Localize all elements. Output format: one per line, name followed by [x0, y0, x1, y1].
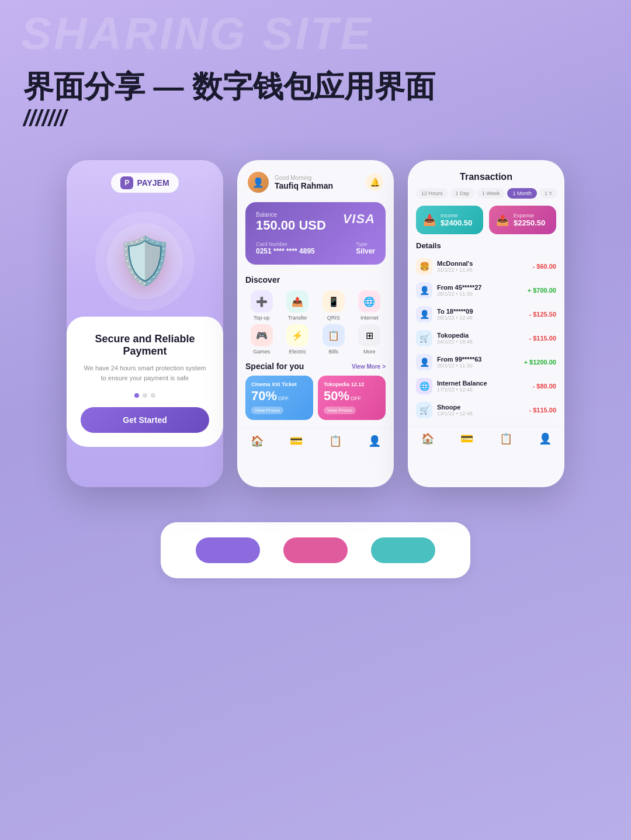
discover-item-topup[interactable]: ➕ Top-up — [245, 290, 278, 321]
tokopedia-percent: 50% — [324, 388, 349, 404]
discover-item-more[interactable]: ⊞ More — [353, 324, 386, 355]
filter-1year[interactable]: 1 Y — [539, 188, 557, 199]
internet-balance-date: 17/1/22 • 12:48 — [437, 387, 528, 393]
transaction-row-internet: 🌐 Internet Balance 17/1/22 • 12:48 - $80… — [416, 374, 556, 398]
expense-amount: $2250.50 — [514, 218, 545, 227]
from99-info: From 99*****63 20/1/22 • 11:30 — [437, 356, 519, 369]
nav3-home-icon[interactable]: 🏠 — [421, 432, 434, 445]
view-more-link[interactable]: View More > — [352, 363, 386, 370]
discover-item-bills[interactable]: 📋 Bills — [317, 324, 350, 355]
nav3-card-icon[interactable]: 💳 — [460, 432, 473, 445]
special-card-cinema[interactable]: Cinema XXI Ticket 70% OFF View Promo — [245, 376, 313, 420]
page-title: 界面分享 — 数字钱包应用界面 — [23, 70, 608, 103]
cinema-off: OFF — [278, 395, 289, 401]
mcdonnalds-icon: 🍔 — [416, 258, 432, 275]
balance-amount: 150.00 USD — [256, 218, 326, 233]
qris-icon: 📱 — [323, 290, 345, 313]
slash-decoration: /////// — [23, 106, 608, 131]
shoope-name: Shoope — [437, 404, 525, 411]
discover-item-transfer[interactable]: 📤 Transfer — [282, 290, 314, 321]
nav-card-icon[interactable]: 💳 — [290, 435, 303, 447]
swatch-pink — [283, 537, 348, 563]
phone2-header: 👤 Good Morning Taufiq Rahman 🔔 — [237, 160, 394, 199]
discover-item-internet[interactable]: 🌐 Internet — [353, 290, 386, 321]
cinema-view-promo[interactable]: View Promo — [251, 407, 283, 414]
mcdonnalds-name: McDonnal's — [437, 260, 528, 267]
discover-item-electric[interactable]: ⚡ Electric — [282, 324, 314, 355]
from45-name: From 45*****27 — [437, 284, 523, 291]
card-top: Balance 150.00 USD VISA — [256, 211, 375, 233]
shield-inner-circle: 🛡️ — [107, 223, 183, 299]
dot-1 — [134, 393, 139, 398]
color-swatches-container — [23, 522, 608, 578]
tokopedia-icon: 🛒 — [416, 330, 432, 346]
to18-name: To 18*****09 — [437, 308, 525, 315]
shoope-icon: 🛒 — [416, 402, 432, 418]
electric-label: Electric — [289, 349, 306, 355]
filter-1week[interactable]: 1 Week — [477, 188, 505, 199]
to18-icon: 👤 — [416, 306, 432, 322]
nav3-profile-icon[interactable]: 👤 — [539, 432, 552, 445]
discover-item-qris[interactable]: 📱 QRIS — [317, 290, 350, 321]
card-type-block: Type Silver — [356, 241, 375, 255]
discover-item-games[interactable]: 🎮 Games — [245, 324, 278, 355]
from45-date: 28/1/22 • 11:30 — [437, 291, 523, 297]
nav-list-icon[interactable]: 📋 — [329, 435, 342, 447]
from45-amount: + $700.00 — [528, 287, 556, 294]
discover-grid: ➕ Top-up 📤 Transfer 📱 QRIS 🌐 Internet — [245, 290, 386, 355]
expense-icon: 📤 — [496, 214, 509, 227]
from99-date: 20/1/22 • 11:30 — [437, 363, 519, 369]
time-filter-row: 12 Hours 1 Day 1 Week 1 Month 1 Y — [408, 188, 564, 206]
shoope-info: Shoope 13/1/22 • 12:48 — [437, 404, 525, 416]
mcdonnalds-date: 31/1/22 • 11:45 — [437, 267, 528, 273]
special-section: Special for you View More > Cinema XXI T… — [237, 358, 394, 424]
mcdonnalds-amount: - $60.00 — [533, 263, 556, 270]
internet-icon: 🌐 — [358, 290, 380, 313]
card-number-block: Card Number 0251 **** **** 4895 — [256, 241, 315, 255]
transaction-title: Transaction — [408, 160, 564, 188]
nav-home-icon[interactable]: 🏠 — [251, 435, 264, 447]
card-number-label: Card Number — [256, 241, 315, 247]
balance-label: Balance — [256, 211, 326, 218]
get-started-button[interactable]: Get Started — [81, 407, 209, 433]
payjem-logo: P PAYJEM — [111, 173, 178, 193]
onboarding-description: We have 24 hours smart protection system… — [81, 363, 209, 383]
special-card-tokopedia[interactable]: Tokopedia 12.12 50% OFF View Promo — [318, 376, 386, 420]
user-greeting: 👤 Good Morning Taufiq Rahman — [248, 172, 333, 193]
filter-12hours[interactable]: 12 Hours — [416, 188, 448, 199]
onboarding-phone: P PAYJEM 🛡️ Secure and Reliable Payment … — [67, 160, 223, 487]
income-details: Income $2400.50 — [441, 213, 472, 227]
special-title: Special for you — [245, 362, 304, 371]
swatch-teal — [371, 537, 435, 563]
income-box: 📥 Income $2400.50 — [416, 206, 483, 234]
income-icon: 📥 — [423, 214, 436, 227]
nav3-transaction-icon[interactable]: 📋 — [500, 432, 512, 445]
cinema-name: Cinema XXI Ticket — [251, 381, 307, 387]
payjem-icon-letter: P — [124, 179, 129, 187]
transaction-row-from45: 👤 From 45*****27 28/1/22 • 11:30 + $700.… — [416, 279, 556, 303]
games-icon: 🎮 — [251, 324, 273, 346]
bills-label: Bills — [328, 349, 338, 355]
tokopedia-info: Tokopedia 24/1/22 • 18:48 — [437, 332, 525, 345]
nav-profile-icon[interactable]: 👤 — [368, 435, 381, 447]
notification-bell-icon[interactable]: 🔔 — [366, 173, 383, 191]
transaction-row-to18: 👤 To 18*****09 28/1/22 • 12:48 - $125.50 — [416, 303, 556, 327]
bottom-nav-phone2: 🏠 💳 📋 👤 — [237, 428, 394, 456]
electric-icon: ⚡ — [286, 324, 308, 346]
tokopedia-view-promo[interactable]: View Promo — [324, 407, 356, 414]
internet-balance-amount: - $80.00 — [533, 383, 556, 390]
shoope-amount: - $115.00 — [529, 407, 556, 414]
income-expense-row: 📥 Income $2400.50 📤 Expense $2250.50 — [408, 206, 564, 241]
transaction-phone: Transaction 12 Hours 1 Day 1 Week 1 Mont… — [408, 160, 564, 487]
filter-1day[interactable]: 1 Day — [450, 188, 475, 199]
to18-amount: - $125.50 — [529, 311, 556, 318]
filter-1month[interactable]: 1 Month — [507, 188, 537, 199]
internet-balance-info: Internet Balance 17/1/22 • 12:48 — [437, 380, 528, 393]
transaction-row-mcdonnalds: 🍔 McDonnal's 31/1/22 • 11:45 - $60.00 — [416, 255, 556, 279]
discover-section: Discover ➕ Top-up 📤 Transfer 📱 QRIS — [237, 272, 394, 358]
card-type-label: Type — [356, 241, 375, 247]
wallet-home-phone: 👤 Good Morning Taufiq Rahman 🔔 Balance 1… — [237, 160, 394, 487]
watermark-text: SHARING SITE — [21, 11, 373, 56]
card-balance-block: Balance 150.00 USD — [256, 211, 326, 233]
onboarding-title: Secure and Reliable Payment — [81, 333, 209, 357]
